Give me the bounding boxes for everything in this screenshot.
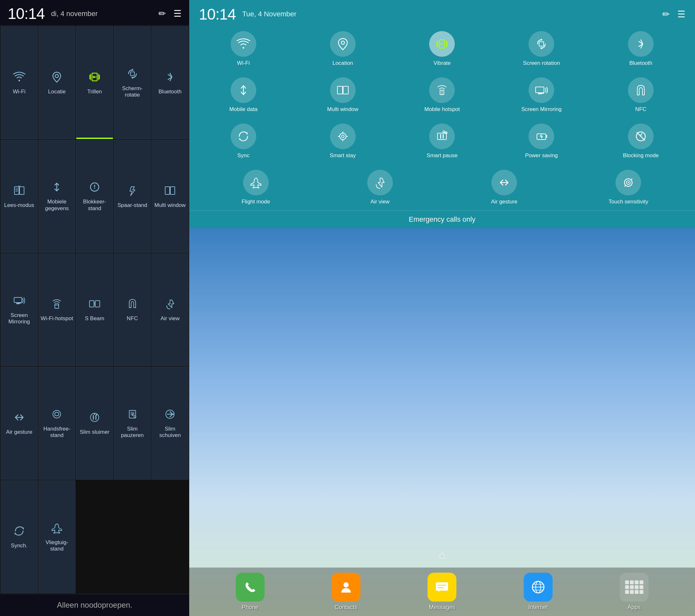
- svg-point-0: [18, 80, 20, 81]
- left-location-label: Locatie: [48, 88, 66, 95]
- left-smart-pause-toggle[interactable]: Slim sluimer: [76, 367, 113, 480]
- right-header-icons: ✏ ☰: [662, 9, 685, 20]
- left-screen-mirroring-toggle[interactable]: Screen Mirroring: [1, 253, 38, 366]
- right-smart-pause-toggle[interactable]: Smart pause: [393, 118, 491, 163]
- svg-point-29: [94, 414, 95, 415]
- right-blocking-mode-circle: [628, 123, 654, 149]
- left-air-gesture-toggle[interactable]: Air gesture: [1, 367, 38, 480]
- dock-contacts-label: Contacts: [335, 604, 358, 611]
- left-screen-rotation-toggle[interactable]: Scherm-rotatie: [114, 26, 151, 139]
- left-slim-schuiven-toggle[interactable]: Slim schuiven: [151, 367, 189, 480]
- right-mobile-hotspot-circle: [429, 77, 455, 103]
- svg-rect-20: [165, 187, 170, 195]
- right-date: Tue, 4 November: [242, 10, 656, 18]
- right-sync-circle: [231, 123, 256, 149]
- left-block-mode-label: Blokkeer-stand: [78, 199, 111, 212]
- right-menu-icon[interactable]: ☰: [677, 9, 685, 20]
- right-wifi-toggle[interactable]: Wi-Fi: [194, 26, 292, 71]
- air-gesture-icon-left: [13, 411, 26, 426]
- left-vibrate-toggle[interactable]: Trillen: [76, 26, 113, 139]
- handsfree-icon: [50, 408, 63, 422]
- right-air-view-toggle[interactable]: Air view: [319, 164, 441, 209]
- left-location-toggle[interactable]: Locatie: [38, 26, 76, 139]
- right-bluetooth-toggle[interactable]: Bluetooth: [592, 26, 690, 71]
- nfc-icon-left: [126, 297, 139, 312]
- right-sync-label: Sync: [237, 152, 250, 159]
- left-handsfree-toggle[interactable]: Handsfree-stand: [38, 367, 76, 480]
- svg-marker-48: [441, 43, 443, 45]
- right-nfc-circle: [628, 77, 654, 103]
- left-nfc-toggle[interactable]: NFC: [114, 253, 151, 366]
- left-multi-window-toggle[interactable]: Multi window: [151, 140, 189, 253]
- left-wifi-hotspot-toggle[interactable]: Wi-Fi-hotspot: [38, 253, 76, 366]
- right-smart-stay-toggle[interactable]: Smart stay: [294, 118, 392, 163]
- left-reading-mode-toggle[interactable]: Lees-modus: [1, 140, 38, 253]
- phone-app-icon: [236, 573, 265, 602]
- right-air-view-label: Air view: [370, 199, 390, 205]
- left-sync-label: Synch.: [11, 543, 28, 549]
- left-smart-pause-label: Slim sluimer: [80, 429, 110, 435]
- left-block-mode-toggle[interactable]: Blokkeer-stand: [76, 140, 113, 253]
- right-smart-stay-label: Smart stay: [330, 152, 356, 159]
- dock-contacts[interactable]: Contacts: [332, 573, 360, 611]
- apps-app-icon: [620, 573, 648, 602]
- right-location-toggle[interactable]: Location: [294, 26, 392, 71]
- right-mobile-data-label: Mobile data: [229, 106, 257, 113]
- dock-messages[interactable]: Messages: [427, 573, 456, 611]
- wifi-icon: [13, 71, 26, 85]
- right-flight-mode-toggle[interactable]: Flight mode: [194, 164, 317, 209]
- left-flight-mode-toggle[interactable]: Vliegtuig-stand: [38, 480, 76, 593]
- left-sync-toggle[interactable]: Synch.: [1, 480, 38, 593]
- right-header: 10:14 Tue, 4 November ✏ ☰: [189, 0, 695, 26]
- left-bluetooth-toggle[interactable]: Bluetooth: [151, 26, 189, 139]
- right-power-saving-toggle[interactable]: Power saving: [492, 118, 591, 163]
- right-mobile-data-toggle[interactable]: Mobile data: [194, 72, 292, 117]
- left-wifi-label: Wi-Fi: [13, 88, 26, 95]
- dock-apps[interactable]: Apps: [620, 573, 648, 611]
- bluetooth-icon-left: [164, 71, 176, 85]
- left-wifi-toggle[interactable]: Wi-Fi: [1, 26, 38, 139]
- right-power-saving-label: Power saving: [525, 152, 558, 159]
- right-nfc-toggle[interactable]: NFC: [592, 72, 690, 117]
- right-location-label: Location: [333, 60, 353, 66]
- svg-rect-25: [89, 301, 94, 307]
- right-mobile-hotspot-toggle[interactable]: Mobile hotspot: [393, 72, 491, 117]
- right-screen-rotation-label: Screen rotation: [523, 60, 560, 66]
- right-touch-sensitivity-circle: [615, 170, 641, 195]
- right-multi-window-toggle[interactable]: Multi window: [294, 72, 392, 117]
- right-blocking-mode-toggle[interactable]: Blocking mode: [592, 118, 690, 163]
- svg-point-41: [242, 47, 244, 48]
- svg-point-66: [445, 132, 447, 134]
- slim-schuiven-icon: [164, 408, 176, 422]
- left-menu-icon[interactable]: ☰: [173, 9, 182, 19]
- svg-rect-56: [536, 87, 544, 93]
- left-air-gesture-label: Air gesture: [6, 429, 32, 435]
- left-smart-scroll-label: Slim pauzeren: [116, 426, 149, 439]
- dock-internet[interactable]: Internet: [524, 573, 553, 611]
- left-screen-mirror-label: Screen Mirroring: [3, 312, 36, 325]
- right-air-view-circle: [367, 170, 393, 195]
- right-touch-sensitivity-toggle[interactable]: Touch sensitivity: [567, 164, 690, 209]
- right-smart-pause-circle: [429, 123, 455, 149]
- right-sync-toggle[interactable]: Sync: [194, 118, 292, 163]
- right-screen-rotation-toggle[interactable]: Screen rotation: [492, 26, 591, 71]
- left-power-saving-toggle[interactable]: Spaar-stand: [114, 140, 151, 253]
- right-vibrate-toggle[interactable]: Vibrate: [393, 26, 491, 71]
- left-mobile-data-toggle[interactable]: Mobiele gegevens: [38, 140, 76, 253]
- left-edit-icon[interactable]: ✏: [158, 9, 166, 19]
- right-edit-icon[interactable]: ✏: [662, 9, 669, 20]
- right-screen-mirroring-toggle[interactable]: Screen Mirroring: [492, 72, 591, 117]
- svg-rect-53: [343, 86, 348, 94]
- left-s-beam-toggle[interactable]: S Beam: [76, 253, 113, 366]
- home-button[interactable]: ⌂: [433, 545, 452, 564]
- svg-rect-51: [539, 42, 544, 46]
- s-beam-icon: [88, 297, 101, 312]
- right-air-gesture-toggle[interactable]: Air gesture: [443, 164, 566, 209]
- left-air-view-toggle[interactable]: Air view: [151, 253, 189, 366]
- left-bluetooth-label: Bluetooth: [158, 88, 182, 95]
- left-slim-schuiven-label: Slim schuiven: [154, 426, 186, 439]
- left-flight-mode-label: Vliegtuig-stand: [41, 539, 73, 552]
- right-screen-rotation-circle: [528, 31, 554, 57]
- left-smart-scroll-toggle[interactable]: Slim pauzeren: [114, 367, 151, 480]
- dock-phone[interactable]: Phone: [236, 573, 265, 611]
